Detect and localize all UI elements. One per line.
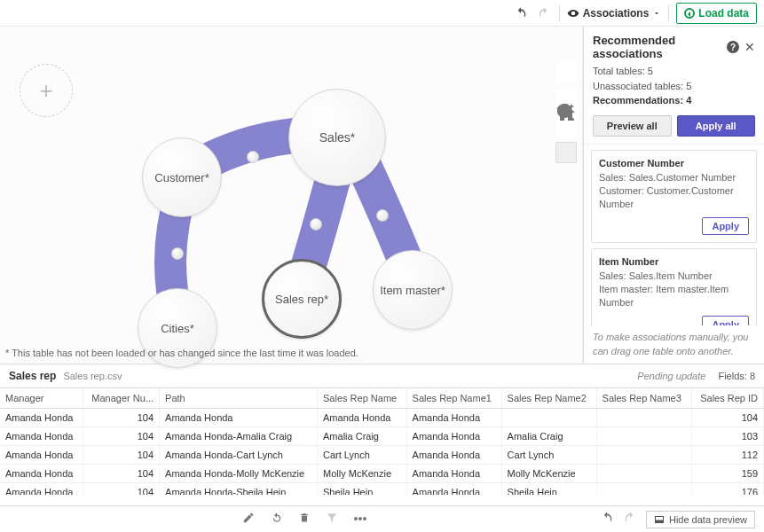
bubble-salesrep[interactable]: Sales rep* [262,259,342,339]
card-line: Sales: Sales.Customer Number [599,171,749,184]
card-line: Sales: Sales.Item Number [599,270,749,283]
svg-rect-1 [655,520,663,522]
card-line: Item master: Item master.Item Number [599,283,749,310]
recommendation-card[interactable]: Item Number Sales: Sales.Item Number Ite… [591,248,757,326]
eye-icon [567,7,579,20]
top-toolbar: Associations Load data [0,0,764,27]
panel-icon [654,514,665,525]
view-dropdown[interactable]: Associations [567,7,662,20]
preview-table-name: Sales rep [9,370,56,382]
recommendation-card[interactable]: Customer Number Sales: Sales.Customer Nu… [591,150,757,243]
column-header[interactable]: Manager [0,388,83,409]
associations-canvas[interactable]: + Sales* Customer* Cities* Sales rep* It… [0,27,583,364]
view-dropdown-label: Associations [583,7,650,20]
column-header[interactable]: Sales Rep ID [691,388,763,409]
link-dot[interactable] [376,209,389,222]
link-dot[interactable] [310,218,322,231]
panel-hint: To make associations manually, you can d… [584,325,764,364]
filter-icon [326,512,338,527]
bubble-itemmaster[interactable]: Item master* [373,250,453,330]
fields-count: Fields: 8 [718,371,755,381]
bubble-customer[interactable]: Customer* [142,137,222,217]
canvas-note: * This table has not been loaded or has … [5,348,358,358]
table-row[interactable]: Amanda Honda104Amanda Honda-Amalia Craig… [0,427,764,446]
redo-icon [536,5,552,21]
load-data-button[interactable]: Load data [676,3,757,24]
column-header[interactable]: Sales Rep Name3 [596,388,691,409]
recommendation-list: Customer Number Sales: Sales.Customer Nu… [584,144,764,326]
card-title: Item Number [599,256,749,267]
close-panel-icon[interactable]: ✕ [744,40,755,54]
panel-title: Recommended associations [593,34,727,60]
bubble-sales[interactable]: Sales* [288,89,386,186]
footer-bar: ••• Hide data preview [0,505,764,532]
table-row[interactable]: Amanda Honda104Amanda Honda-Sheila HeinS… [0,483,764,496]
chevron-down-icon [652,9,661,18]
load-data-label: Load data [698,7,749,20]
load-icon [684,8,695,19]
link-dot[interactable] [247,151,259,163]
canvas-tool-list [555,62,577,163]
column-header[interactable]: Sales Rep Name [318,388,407,409]
data-preview-table[interactable]: ManagerManager Nu...PathSales Rep NameSa… [0,388,764,495]
card-line: Customer: Customer.Customer Number [599,184,749,212]
undo-icon[interactable] [513,5,529,21]
table-row[interactable]: Amanda Honda104Amanda Honda-Molly McKenz… [0,465,764,483]
link-dot[interactable] [171,247,184,260]
recommendations-panel: Recommended associations ? ✕ Total table… [583,27,764,364]
column-header[interactable]: Manager Nu... [83,388,160,409]
help-icon[interactable]: ? [727,41,739,53]
more-icon[interactable]: ••• [354,512,367,527]
apply-all-button[interactable]: Apply all [677,115,756,137]
preview-all-button[interactable]: Preview all [593,115,672,137]
refresh-icon[interactable] [271,512,283,527]
column-header[interactable]: Sales Rep Name2 [501,388,596,409]
delete-icon[interactable] [299,512,310,527]
preview-file-name: Sales rep.csv [63,371,122,381]
data-preview-header: Sales rep Sales rep.csv Pending update F… [0,364,764,388]
edit-icon[interactable] [242,512,255,527]
table-row[interactable]: Amanda Honda104Amanda Honda-Cart LynchCa… [0,446,764,465]
card-title: Customer Number [599,158,749,168]
footer-redo-icon [623,511,637,528]
hide-preview-button[interactable]: Hide data preview [646,511,755,528]
column-header[interactable]: Path [160,388,318,409]
pending-status: Pending update [637,371,705,381]
apply-button[interactable]: Apply [702,217,749,235]
column-header[interactable]: Sales Rep Name1 [406,388,501,409]
table-row[interactable]: Amanda Honda104Amanda HondaAmanda HondaA… [0,409,764,427]
footer-undo-icon[interactable] [600,511,614,528]
magic-wand-icon[interactable] [555,142,577,163]
apply-button[interactable]: Apply [702,316,749,325]
